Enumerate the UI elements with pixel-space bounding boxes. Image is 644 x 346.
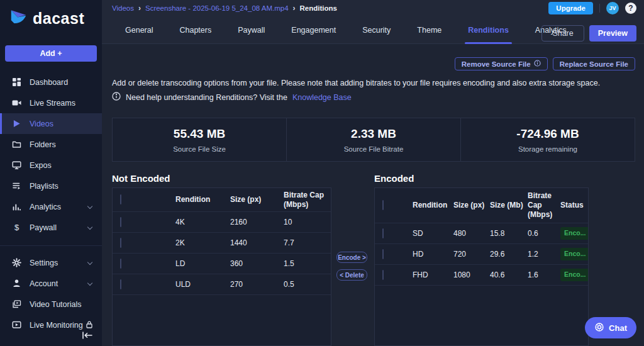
select-all-checkbox[interactable]: [382, 200, 384, 210]
share-button[interactable]: Share: [541, 25, 584, 42]
column-header: Status: [560, 201, 589, 210]
row-checkbox[interactable]: [382, 249, 384, 259]
not-encoded-title: Not Encoded: [112, 173, 170, 184]
tab-chapters[interactable]: Chapters: [166, 16, 225, 44]
collapse-sidebar-icon[interactable]: [82, 331, 94, 342]
sidebar-item-live-streams[interactable]: Live Streams: [0, 92, 102, 113]
size-px-cell: 720: [453, 250, 490, 259]
encoded-table: Rendition Size (px) Size (Mb) Bitrate Ca…: [374, 187, 589, 346]
dacast-logo[interactable]: dacast: [0, 0, 102, 36]
sidebar-item-video-tutorials[interactable]: Video Tutorials: [0, 294, 102, 315]
table-row[interactable]: LD 360 1.5: [113, 254, 331, 274]
not-encoded-table: Rendition Size (px) Bitrate Cap (Mbps) 4…: [112, 187, 331, 346]
gear-icon: [11, 258, 21, 267]
select-all-checkbox[interactable]: [120, 194, 121, 204]
row-checkbox[interactable]: [120, 279, 121, 289]
tab-theme[interactable]: Theme: [404, 16, 455, 44]
tab-renditions[interactable]: Renditions: [455, 16, 522, 44]
sidebar-item-label: Account: [30, 279, 58, 288]
play-icon: [11, 119, 21, 128]
sidebar: dacast Add + Dashboard Live Streams Vide…: [0, 0, 102, 346]
monitor-play-icon: [11, 320, 21, 330]
table-row[interactable]: 2K 1440 7.7: [113, 233, 331, 254]
knowledge-base-link[interactable]: Knowledge Base: [292, 93, 352, 102]
status-badge: Enco...: [560, 227, 589, 239]
folder-icon: [11, 140, 21, 149]
rendition-cell: FHD: [413, 271, 453, 280]
sidebar-item-expos[interactable]: Expos: [0, 155, 102, 176]
top-actions: Upgrade JV ?: [548, 2, 636, 14]
tab-paywall[interactable]: Paywall: [225, 16, 278, 44]
renditions-description: Add or delete transcoding options from y…: [112, 79, 600, 87]
playlist-icon: [11, 181, 21, 191]
breadcrumb-separator: ›: [138, 4, 141, 13]
bitrate-cap-cell: 1.6: [528, 271, 560, 280]
size-px-cell: 1440: [230, 238, 284, 248]
size-px-cell: 480: [453, 229, 490, 238]
breadcrumb-filename[interactable]: Screenshare - 2025-06-19 5_24_08 AM.mp4: [145, 4, 289, 12]
tab-engagement[interactable]: Engagement: [278, 16, 349, 44]
row-checkbox[interactable]: [382, 270, 384, 280]
size-mb-cell: 40.6: [490, 271, 528, 280]
breadcrumb-current: Renditions: [300, 4, 337, 12]
size-px-cell: 360: [230, 259, 284, 269]
bitrate-cap-cell: 0.5: [284, 280, 331, 289]
sidebar-item-label: Video Tutorials: [30, 300, 81, 309]
person-icon: [11, 279, 21, 288]
sidebar-item-label: Live Streams: [30, 99, 75, 108]
monitor-icon: [11, 160, 21, 170]
sidebar-item-label: Dashboard: [30, 78, 68, 87]
table-row[interactable]: ULD 270 0.5: [113, 274, 331, 295]
preview-button[interactable]: Preview: [589, 25, 636, 42]
rendition-cell: ULD: [175, 280, 230, 289]
sidebar-item-analytics[interactable]: Analytics: [0, 196, 102, 217]
rendition-cell: 4K: [175, 218, 230, 227]
dollar-icon: $: [11, 223, 21, 232]
column-header: Size (px): [453, 201, 490, 210]
row-checkbox[interactable]: [120, 217, 121, 227]
lock-icon: [86, 320, 93, 332]
avatar[interactable]: JV: [606, 2, 619, 14]
stat-value: 55.43 MB: [174, 127, 225, 141]
help-text: Need help understanding Renditions? Visi…: [126, 93, 287, 102]
row-checkbox[interactable]: [120, 238, 121, 248]
chat-button[interactable]: Chat: [585, 317, 636, 338]
row-checkbox[interactable]: [120, 259, 121, 269]
table-row[interactable]: FHD 1080 40.6 1.6 Enco...: [375, 265, 588, 286]
table-row[interactable]: 4K 2160 10: [113, 212, 331, 233]
sidebar-item-account[interactable]: Account: [0, 273, 102, 294]
chevron-down-icon: [87, 225, 92, 230]
sidebar-item-dashboard[interactable]: Dashboard: [0, 72, 102, 92]
sidebar-item-label: Live Monitoring: [30, 321, 83, 330]
breadcrumb-separator: ›: [293, 4, 296, 13]
svg-text:$: $: [14, 223, 19, 232]
tab-bar: General Chapters Paywall Engagement Secu…: [112, 16, 580, 44]
size-mb-cell: 29.6: [490, 250, 528, 259]
tab-security[interactable]: Security: [349, 16, 404, 44]
stat-label: Source File Size: [173, 145, 226, 153]
encode-button[interactable]: Encode >: [336, 252, 367, 263]
sidebar-item-paywall[interactable]: $ Paywall: [0, 217, 102, 238]
delete-button[interactable]: < Delete: [336, 269, 367, 281]
table-row[interactable]: HD 720 29.6 1.2 Enco...: [375, 244, 588, 265]
row-checkbox[interactable]: [382, 228, 384, 238]
remove-source-file-button[interactable]: Remove Source File: [455, 57, 548, 70]
replace-source-file-button[interactable]: Replace Source File: [553, 57, 635, 70]
table-header-row: Rendition Size (px) Bitrate Cap (Mbps): [113, 188, 331, 212]
remove-source-file-label: Remove Source File: [462, 60, 531, 68]
sidebar-item-label: Videos: [30, 120, 53, 128]
sidebar-item-videos[interactable]: Videos: [0, 113, 102, 134]
upgrade-button[interactable]: Upgrade: [548, 2, 593, 14]
help-icon[interactable]: ?: [625, 3, 636, 14]
rendition-cell: SD: [413, 229, 453, 238]
sidebar-item-settings[interactable]: Settings: [0, 252, 102, 273]
stat-source-file-size: 55.43 MB Source File Size: [113, 118, 286, 161]
help-row: Need help understanding Renditions? Visi…: [112, 92, 352, 103]
breadcrumb-videos[interactable]: Videos: [112, 4, 134, 12]
add-button[interactable]: Add +: [5, 45, 97, 62]
sidebar-item-folders[interactable]: Folders: [0, 134, 102, 155]
column-header: Bitrate Cap (Mbps): [528, 191, 560, 220]
sidebar-item-playlists[interactable]: Playlists: [0, 176, 102, 196]
table-row[interactable]: SD 480 15.8 0.6 Enco...: [375, 223, 588, 244]
tab-general[interactable]: General: [112, 16, 166, 44]
